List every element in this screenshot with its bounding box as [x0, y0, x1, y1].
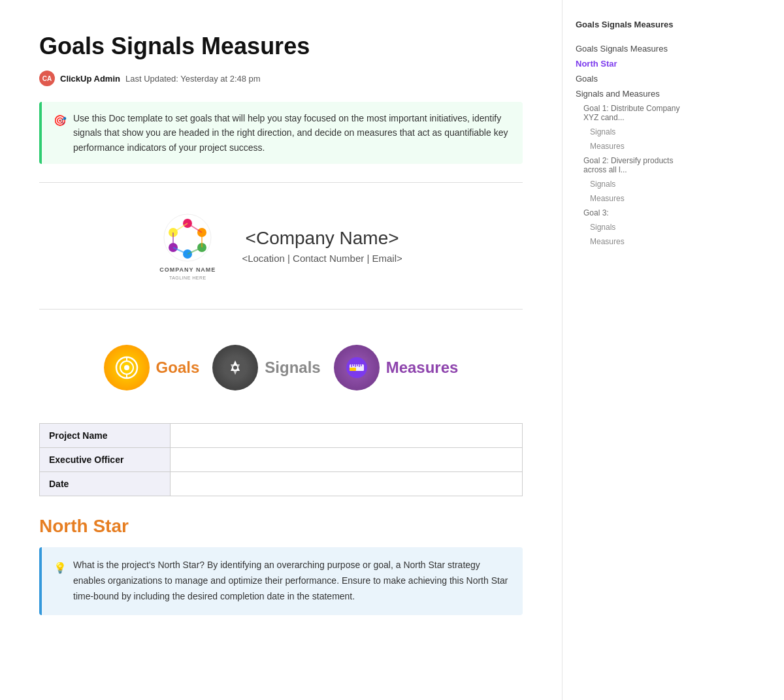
company-section: COMPANY NAME TAGLINE HERE <Company Name>…: [39, 199, 523, 293]
sidebar-item[interactable]: Goals Signals Measures: [576, 41, 693, 56]
goals-icon: [114, 355, 139, 380]
page-title: Goals Signals Measures: [39, 33, 523, 60]
sidebar-item[interactable]: Signals and Measures: [576, 86, 693, 101]
goals-icon-circle: [104, 345, 150, 390]
last-updated: Last Updated: Yesterday at 2:48 pm: [125, 74, 261, 84]
intro-callout: 🎯 Use this Doc template to set goals tha…: [39, 102, 523, 164]
sidebar-item[interactable]: Measures: [576, 139, 693, 153]
sidebar: Goals Signals Measures Goals Signals Mea…: [562, 0, 706, 700]
measures-icon-circle: [334, 345, 380, 390]
divider-2: [39, 309, 523, 310]
north-star-callout: 💡 What is the project's North Star? By i…: [39, 547, 523, 614]
author-row: CA ClickUp Admin Last Updated: Yesterday…: [39, 71, 523, 86]
measures-label: Measures: [386, 358, 459, 377]
north-star-heading: North Star: [39, 516, 523, 537]
sidebar-item[interactable]: Measures: [576, 191, 693, 206]
measures-icon-item: Measures: [334, 345, 459, 390]
sidebar-title: Goals Signals Measures: [576, 20, 693, 33]
table-value[interactable]: [171, 472, 523, 496]
company-info: <Company Name> <Location | Contact Numbe…: [242, 228, 402, 264]
north-star-callout-text: What is the project's North Star? By ide…: [73, 558, 511, 604]
sidebar-item[interactable]: Goal 2: Diversify products across all l.…: [576, 153, 693, 177]
svg-point-21: [233, 366, 237, 370]
table-row: Project Name: [40, 424, 523, 448]
goals-icon-item: Goals: [104, 345, 200, 390]
company-name: <Company Name>: [242, 228, 402, 249]
table-value[interactable]: [171, 424, 523, 448]
signals-icon: [223, 355, 248, 380]
divider-1: [39, 182, 523, 183]
sidebar-item[interactable]: Signals: [576, 125, 693, 139]
sidebar-item[interactable]: Goals: [576, 71, 693, 86]
company-contact: <Location | Contact Number | Email>: [242, 253, 402, 264]
svg-rect-30: [350, 368, 356, 371]
signals-icon-item: Signals: [212, 345, 320, 390]
table-label: Executive Officer: [40, 448, 171, 472]
table-label: Project Name: [40, 424, 171, 448]
icons-row: Goals Signals: [39, 325, 523, 410]
north-star-callout-icon: 💡: [54, 559, 67, 577]
signals-icon-circle: [212, 345, 258, 390]
table-row: Date: [40, 472, 523, 496]
logo-svg: [161, 212, 214, 264]
goals-label: Goals: [156, 358, 200, 377]
company-logo-tagline: TAGLINE HERE: [169, 276, 206, 280]
sidebar-item[interactable]: Measures: [576, 234, 693, 249]
callout-icon: 🎯: [54, 112, 67, 129]
sidebar-item[interactable]: Signals: [576, 220, 693, 234]
sidebar-item[interactable]: Goal 3:: [576, 206, 693, 220]
callout-text: Use this Doc template to set goals that …: [73, 111, 511, 155]
svg-point-15: [124, 365, 129, 370]
company-logo: COMPANY NAME TAGLINE HERE: [159, 212, 216, 280]
sidebar-item[interactable]: Signals: [576, 177, 693, 191]
signals-label: Signals: [265, 358, 320, 377]
sidebar-item[interactable]: Goal 1: Distribute Company XYZ cand...: [576, 101, 693, 125]
table-label: Date: [40, 472, 171, 496]
sidebar-item[interactable]: North Star: [576, 56, 693, 71]
info-table: Project Name Executive Officer Date: [39, 423, 523, 496]
table-row: Executive Officer: [40, 448, 523, 472]
measures-icon: [344, 355, 369, 380]
avatar: CA: [39, 71, 55, 86]
company-logo-name: COMPANY NAME: [159, 266, 216, 273]
table-value[interactable]: [171, 448, 523, 472]
main-content: Goals Signals Measures CA ClickUp Admin …: [0, 0, 562, 700]
author-name: ClickUp Admin: [60, 74, 120, 84]
